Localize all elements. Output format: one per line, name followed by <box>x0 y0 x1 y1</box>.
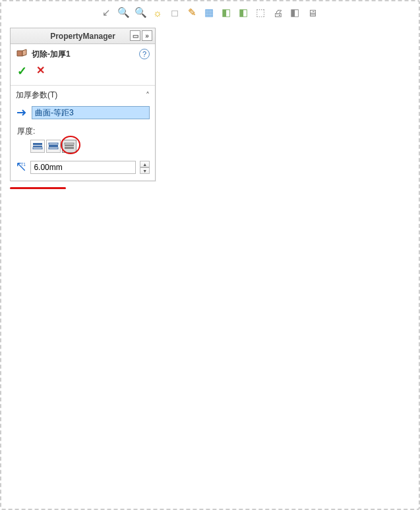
panel-dock-controls: ▭ » <box>130 30 152 41</box>
panel-header: PropertyManager ▭ » <box>11 28 155 44</box>
thickness-direction-group <box>30 140 150 153</box>
view-toolbar: ↙ 🔍 🔍 ☼ □ ✎ ▦ ◧ ◧ ⬚ 🖨 ◧ 🖥 <box>100 5 405 20</box>
thickness-value-input[interactable] <box>30 161 136 174</box>
svg-rect-5 <box>49 148 58 149</box>
svg-rect-6 <box>65 143 74 144</box>
panel-title: PropertyManager <box>50 32 115 41</box>
flip-direction-icon[interactable] <box>16 107 28 119</box>
svg-rect-4 <box>49 145 58 147</box>
svg-point-12 <box>171 438 316 469</box>
svg-rect-0 <box>33 143 42 145</box>
pin-icon[interactable]: ▭ <box>130 30 140 41</box>
svg-text:T1: T1 <box>20 162 26 167</box>
section-body: 厚度: T1 ▲ ▼ <box>11 103 155 181</box>
direction-side1-button[interactable] <box>30 140 45 153</box>
surface-selection-field[interactable] <box>32 106 150 119</box>
toolbar-icon-edit[interactable]: ✎ <box>186 7 198 18</box>
section-title: 加厚参数(T) <box>16 90 57 101</box>
surface-select-row <box>16 106 150 119</box>
svg-rect-2 <box>33 148 42 149</box>
thickness-spinner: ▲ ▼ <box>140 161 150 174</box>
direction-side2-button[interactable] <box>62 140 76 153</box>
toolbar-icon-appearance[interactable]: ◧ <box>289 7 301 18</box>
toolbar-icon-screen[interactable]: 🖥 <box>306 7 318 18</box>
expand-icon[interactable]: » <box>142 30 152 41</box>
ok-button[interactable]: ✓ <box>17 64 27 78</box>
svg-rect-3 <box>49 143 58 144</box>
svg-rect-8 <box>65 147 74 149</box>
annotation-underline <box>10 187 66 189</box>
app-frame: ↙ 🔍 🔍 ☼ □ ✎ ▦ ◧ ◧ ⬚ 🖨 ◧ 🖥 PropertyManage… <box>0 0 420 510</box>
cancel-button[interactable]: ✕ <box>36 64 45 78</box>
spin-up-button[interactable]: ▲ <box>140 161 150 167</box>
feature-icon <box>16 48 28 60</box>
toolbar-icon-orient[interactable]: ↙ <box>100 7 112 18</box>
toolbar-icon-section[interactable]: □ <box>169 7 181 18</box>
thickness-dimension-icon[interactable]: T1 <box>16 161 26 173</box>
toolbar-icon-display2[interactable]: ◧ <box>220 7 232 18</box>
chevron-up-icon: ˄ <box>146 91 150 100</box>
direction-both-button[interactable] <box>46 140 61 153</box>
toolbar-icon-display3[interactable]: ◧ <box>237 7 249 18</box>
feature-name: 切除-加厚1 <box>32 49 139 60</box>
toolbar-icon-hide[interactable]: ⬚ <box>255 7 266 18</box>
feature-title-row: 切除-加厚1 ? <box>11 44 155 61</box>
action-row: ✓ ✕ <box>11 61 155 85</box>
svg-point-11 <box>136 84 345 123</box>
help-icon[interactable]: ? <box>139 49 150 59</box>
toolbar-icon-zoomfit[interactable]: 🔍 <box>135 7 146 18</box>
thickness-value-row: T1 ▲ ▼ <box>16 161 150 174</box>
section-header[interactable]: 加厚参数(T) ˄ <box>11 85 155 103</box>
toolbar-icon-light[interactable]: ☼ <box>152 7 164 18</box>
toolbar-icon-display1[interactable]: ▦ <box>203 7 215 18</box>
property-manager-panel: PropertyManager ▭ » 切除-加厚1 ? ✓ ✕ 加厚参数(T)… <box>10 28 156 181</box>
svg-rect-7 <box>65 145 74 146</box>
svg-rect-1 <box>33 146 42 147</box>
toolbar-icon-print[interactable]: 🖨 <box>272 7 284 18</box>
toolbar-icon-zoom[interactable]: 🔍 <box>117 7 129 18</box>
spin-down-button[interactable]: ▼ <box>140 167 150 174</box>
thickness-label: 厚度: <box>17 126 148 137</box>
